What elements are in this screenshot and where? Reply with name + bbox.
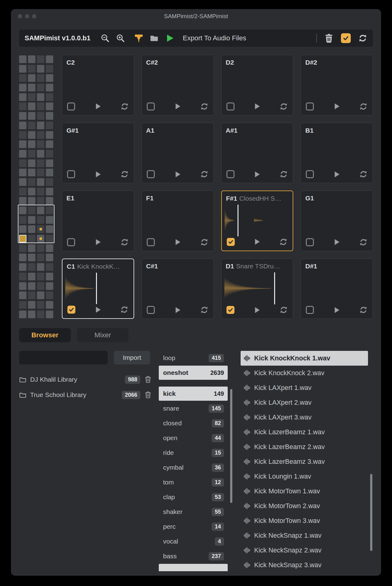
pad-play-button[interactable]: [333, 306, 340, 314]
trash-button[interactable]: [324, 34, 334, 43]
minimap-cell[interactable]: [46, 159, 53, 167]
minimap-cell[interactable]: [46, 140, 53, 148]
pad-reload-button[interactable]: [279, 170, 288, 179]
minimap-cell[interactable]: [37, 301, 44, 309]
pad-play-button[interactable]: [253, 102, 260, 110]
pad-reload-button[interactable]: [359, 102, 368, 111]
minimap-cell[interactable]: [46, 65, 53, 73]
minimap-cell[interactable]: [28, 225, 35, 233]
minimap-cell[interactable]: [37, 131, 44, 139]
minimap-cell[interactable]: [37, 263, 44, 271]
minimap-cell[interactable]: [19, 301, 26, 309]
minimap-cell[interactable]: [19, 112, 26, 120]
minimap-cell[interactable]: [28, 188, 35, 195]
category-row[interactable]: tom12: [159, 475, 228, 489]
pad-reload-button[interactable]: [200, 306, 209, 314]
minimap-cell[interactable]: [28, 244, 35, 252]
minimap-cell[interactable]: [19, 273, 26, 280]
pad-checkbox[interactable]: [147, 102, 155, 110]
pad-F1[interactable]: F1: [142, 191, 214, 251]
minimap-cell[interactable]: [28, 311, 35, 318]
pad-G#1[interactable]: G#1: [62, 123, 134, 183]
pad-play-button[interactable]: [94, 102, 101, 110]
pad-A#1[interactable]: A#1: [221, 123, 294, 183]
minimap-cell[interactable]: [28, 131, 35, 139]
minimap-cell[interactable]: [37, 55, 44, 63]
pad-checkbox[interactable]: [147, 306, 155, 314]
minimap-cell[interactable]: [28, 150, 35, 158]
minimap-cell[interactable]: [37, 84, 44, 91]
minimap-cell[interactable]: [19, 122, 26, 129]
pad-play-button[interactable]: [253, 171, 260, 178]
minimap-cell[interactable]: [46, 188, 53, 195]
minimap-cell[interactable]: [37, 93, 44, 101]
minimap-cell[interactable]: [46, 55, 53, 63]
pad-checkbox[interactable]: [306, 306, 314, 314]
minimap-cell[interactable]: [37, 235, 44, 243]
pad-play-button[interactable]: [333, 238, 340, 246]
pad-reload-button[interactable]: [120, 238, 129, 247]
file-row[interactable]: Kick NeckSnapz 1.wav: [241, 528, 368, 543]
pad-reload-button[interactable]: [279, 306, 288, 314]
minimap-cell[interactable]: [19, 254, 26, 261]
minimap-cell[interactable]: [46, 102, 53, 110]
minimap-cell[interactable]: [46, 225, 53, 233]
file-row[interactable]: Kick MotorTown 1.wav: [241, 484, 368, 499]
category-row[interactable]: shaker55: [159, 505, 228, 519]
pad-play-button[interactable]: [174, 102, 181, 110]
minimap-cell[interactable]: [37, 291, 44, 299]
file-row[interactable]: Kick LAXpert 1.wav: [241, 380, 368, 395]
pad-D#2[interactable]: D#2: [301, 55, 373, 115]
tab-mixer[interactable]: Mixer: [77, 328, 129, 342]
minimap-cell[interactable]: [28, 93, 35, 101]
category-row[interactable]: clap53: [159, 490, 228, 504]
pad-checkbox[interactable]: [226, 306, 234, 314]
minimap-cell[interactable]: [46, 244, 53, 252]
minimap-cell[interactable]: [37, 188, 44, 195]
minimap-cell[interactable]: [37, 197, 44, 205]
minimap-cell[interactable]: [46, 112, 53, 120]
pad-play-button[interactable]: [253, 238, 260, 246]
minimap-cell[interactable]: [28, 140, 35, 148]
file-row[interactable]: Kick MotorTown 3.wav: [241, 513, 368, 528]
library-row[interactable]: DJ Khalil Library988: [19, 373, 151, 386]
pad-checkbox[interactable]: [306, 170, 314, 178]
minimap-cell[interactable]: [19, 225, 26, 233]
pad-reload-button[interactable]: [359, 170, 368, 179]
minimap-cell[interactable]: [46, 282, 53, 290]
minimap-cell[interactable]: [37, 225, 44, 233]
minimap-cell[interactable]: [28, 65, 35, 73]
category-row[interactable]: loop415: [159, 351, 228, 365]
pad-E1[interactable]: E1: [62, 191, 134, 251]
pad-reload-button[interactable]: [200, 170, 209, 179]
pad-play-button[interactable]: [253, 306, 260, 314]
minimap-cell[interactable]: [28, 207, 35, 214]
minimap-cell[interactable]: [28, 74, 35, 82]
minimap-cell[interactable]: [46, 84, 53, 91]
minimap-cell[interactable]: [19, 93, 26, 101]
minimap-cell[interactable]: [37, 311, 44, 318]
category-row[interactable]: kick149: [159, 387, 228, 401]
minimap-cell[interactable]: [37, 150, 44, 158]
pad-checkbox[interactable]: [226, 102, 234, 110]
minimap-cell[interactable]: [46, 169, 53, 176]
pad-reload-button[interactable]: [279, 102, 288, 111]
file-row[interactable]: Kick KnockKnock 1.wav: [241, 351, 368, 366]
minimap-cell[interactable]: [37, 65, 44, 73]
minimap-cell[interactable]: [28, 282, 35, 290]
minimap-cell[interactable]: [37, 178, 44, 186]
minimap-cell[interactable]: [19, 235, 26, 243]
minimap-cell[interactable]: [28, 159, 35, 167]
minimize-button[interactable]: [25, 14, 29, 18]
category-row[interactable]: perc14: [159, 520, 228, 534]
minimap-cell[interactable]: [19, 207, 26, 214]
minimap-cell[interactable]: [28, 84, 35, 91]
pad-reload-button[interactable]: [120, 305, 129, 314]
file-row[interactable]: Kick LAXpert 3.wav: [241, 410, 368, 425]
minimap-cell[interactable]: [19, 84, 26, 91]
minimap-cell[interactable]: [19, 159, 26, 167]
minimap-cell[interactable]: [46, 207, 53, 214]
minimap-cell[interactable]: [37, 102, 44, 110]
minimap-cell[interactable]: [46, 74, 53, 82]
pad-play-button[interactable]: [94, 171, 101, 178]
